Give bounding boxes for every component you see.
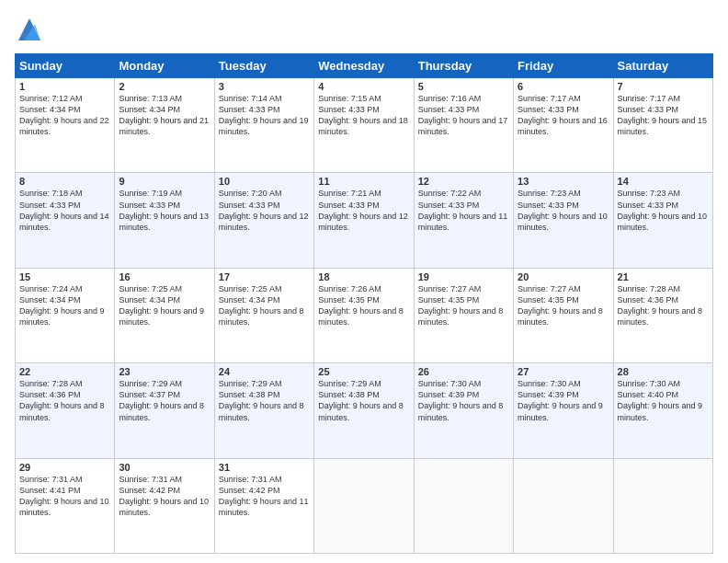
calendar-day-24: 24Sunrise: 7:29 AMSunset: 4:38 PMDayligh… — [214, 363, 313, 458]
col-header-saturday: Saturday — [613, 54, 712, 78]
calendar-day-18: 18Sunrise: 7:26 AMSunset: 4:35 PMDayligh… — [314, 268, 414, 362]
day-info: Sunrise: 7:31 AMSunset: 4:41 PMDaylight:… — [19, 474, 110, 519]
calendar-day-8: 8Sunrise: 7:18 AMSunset: 4:33 PMDaylight… — [16, 173, 115, 268]
calendar-day-20: 20Sunrise: 7:27 AMSunset: 4:35 PMDayligh… — [514, 268, 613, 362]
day-number: 19 — [418, 271, 509, 282]
calendar-day-23: 23Sunrise: 7:29 AMSunset: 4:37 PMDayligh… — [115, 363, 214, 458]
day-number: 9 — [119, 176, 210, 187]
logo-icon — [15, 15, 44, 44]
calendar-day-14: 14Sunrise: 7:23 AMSunset: 4:33 PMDayligh… — [613, 173, 712, 268]
calendar-day-7: 7Sunrise: 7:17 AMSunset: 4:33 PMDaylight… — [613, 78, 712, 173]
calendar-table: SundayMondayTuesdayWednesdayThursdayFrid… — [15, 53, 713, 554]
col-header-monday: Monday — [115, 54, 214, 78]
day-info: Sunrise: 7:28 AMSunset: 4:36 PMDaylight:… — [618, 283, 709, 328]
day-info: Sunrise: 7:21 AMSunset: 4:33 PMDaylight:… — [318, 188, 409, 233]
day-number: 5 — [418, 81, 509, 92]
day-number: 16 — [119, 271, 210, 282]
day-info: Sunrise: 7:23 AMSunset: 4:33 PMDaylight:… — [518, 188, 609, 233]
day-info: Sunrise: 7:12 AMSunset: 4:34 PMDaylight:… — [19, 93, 110, 138]
day-number: 30 — [119, 462, 210, 473]
day-number: 13 — [518, 176, 609, 187]
logo — [15, 15, 44, 44]
day-info: Sunrise: 7:30 AMSunset: 4:39 PMDaylight:… — [418, 378, 509, 423]
day-number: 23 — [119, 366, 210, 377]
calendar-day-12: 12Sunrise: 7:22 AMSunset: 4:33 PMDayligh… — [414, 173, 513, 268]
col-header-thursday: Thursday — [414, 54, 513, 78]
day-number: 14 — [618, 176, 709, 187]
day-info: Sunrise: 7:24 AMSunset: 4:34 PMDaylight:… — [19, 283, 110, 328]
day-info: Sunrise: 7:26 AMSunset: 4:35 PMDaylight:… — [318, 283, 409, 328]
calendar-day-11: 11Sunrise: 7:21 AMSunset: 4:33 PMDayligh… — [314, 173, 414, 268]
day-info: Sunrise: 7:28 AMSunset: 4:36 PMDaylight:… — [19, 378, 110, 423]
calendar-day-4: 4Sunrise: 7:15 AMSunset: 4:33 PMDaylight… — [314, 78, 414, 173]
calendar-week-1: 1Sunrise: 7:12 AMSunset: 4:34 PMDaylight… — [16, 78, 713, 173]
calendar-day-29: 29Sunrise: 7:31 AMSunset: 4:41 PMDayligh… — [16, 458, 115, 553]
day-number: 2 — [119, 81, 210, 92]
calendar-day-19: 19Sunrise: 7:27 AMSunset: 4:35 PMDayligh… — [414, 268, 513, 362]
day-info: Sunrise: 7:31 AMSunset: 4:42 PMDaylight:… — [219, 474, 310, 519]
calendar-day-17: 17Sunrise: 7:25 AMSunset: 4:34 PMDayligh… — [214, 268, 313, 362]
calendar-day-13: 13Sunrise: 7:23 AMSunset: 4:33 PMDayligh… — [514, 173, 613, 268]
empty-cell — [613, 458, 712, 553]
calendar-header-row: SundayMondayTuesdayWednesdayThursdayFrid… — [16, 54, 713, 78]
day-number: 26 — [418, 366, 509, 377]
day-info: Sunrise: 7:20 AMSunset: 4:33 PMDaylight:… — [219, 188, 310, 233]
day-number: 22 — [19, 366, 110, 377]
page-container: SundayMondayTuesdayWednesdayThursdayFrid… — [0, 0, 728, 563]
day-info: Sunrise: 7:19 AMSunset: 4:33 PMDaylight:… — [119, 188, 210, 233]
day-number: 6 — [518, 81, 609, 92]
calendar-day-27: 27Sunrise: 7:30 AMSunset: 4:39 PMDayligh… — [514, 363, 613, 458]
calendar-day-1: 1Sunrise: 7:12 AMSunset: 4:34 PMDaylight… — [16, 78, 115, 173]
day-number: 1 — [19, 81, 110, 92]
day-info: Sunrise: 7:31 AMSunset: 4:42 PMDaylight:… — [119, 474, 210, 519]
calendar-day-30: 30Sunrise: 7:31 AMSunset: 4:42 PMDayligh… — [115, 458, 214, 553]
day-info: Sunrise: 7:17 AMSunset: 4:33 PMDaylight:… — [618, 93, 709, 138]
day-info: Sunrise: 7:29 AMSunset: 4:38 PMDaylight:… — [219, 378, 310, 423]
col-header-friday: Friday — [514, 54, 613, 78]
day-info: Sunrise: 7:23 AMSunset: 4:33 PMDaylight:… — [618, 188, 709, 233]
calendar-week-5: 29Sunrise: 7:31 AMSunset: 4:41 PMDayligh… — [16, 458, 713, 553]
calendar-day-26: 26Sunrise: 7:30 AMSunset: 4:39 PMDayligh… — [414, 363, 513, 458]
day-number: 24 — [219, 366, 310, 377]
calendar-day-9: 9Sunrise: 7:19 AMSunset: 4:33 PMDaylight… — [115, 173, 214, 268]
empty-cell — [514, 458, 613, 553]
day-number: 11 — [318, 176, 409, 187]
calendar-day-3: 3Sunrise: 7:14 AMSunset: 4:33 PMDaylight… — [214, 78, 313, 173]
col-header-wednesday: Wednesday — [314, 54, 414, 78]
calendar-day-28: 28Sunrise: 7:30 AMSunset: 4:40 PMDayligh… — [613, 363, 712, 458]
col-header-sunday: Sunday — [16, 54, 115, 78]
day-info: Sunrise: 7:22 AMSunset: 4:33 PMDaylight:… — [418, 188, 509, 233]
day-number: 20 — [518, 271, 609, 282]
day-number: 29 — [19, 462, 110, 473]
day-number: 31 — [219, 462, 310, 473]
empty-cell — [414, 458, 513, 553]
day-info: Sunrise: 7:27 AMSunset: 4:35 PMDaylight:… — [418, 283, 509, 328]
calendar-day-16: 16Sunrise: 7:25 AMSunset: 4:34 PMDayligh… — [115, 268, 214, 362]
day-number: 17 — [219, 271, 310, 282]
calendar-week-3: 15Sunrise: 7:24 AMSunset: 4:34 PMDayligh… — [16, 268, 713, 362]
day-info: Sunrise: 7:30 AMSunset: 4:39 PMDaylight:… — [518, 378, 609, 423]
day-info: Sunrise: 7:16 AMSunset: 4:33 PMDaylight:… — [418, 93, 509, 138]
day-info: Sunrise: 7:27 AMSunset: 4:35 PMDaylight:… — [518, 283, 609, 328]
empty-cell — [314, 458, 414, 553]
day-info: Sunrise: 7:30 AMSunset: 4:40 PMDaylight:… — [618, 378, 709, 423]
day-number: 10 — [219, 176, 310, 187]
day-number: 8 — [19, 176, 110, 187]
calendar-day-25: 25Sunrise: 7:29 AMSunset: 4:38 PMDayligh… — [314, 363, 414, 458]
day-number: 27 — [518, 366, 609, 377]
day-number: 4 — [318, 81, 409, 92]
calendar-day-21: 21Sunrise: 7:28 AMSunset: 4:36 PMDayligh… — [613, 268, 712, 362]
day-info: Sunrise: 7:29 AMSunset: 4:37 PMDaylight:… — [119, 378, 210, 423]
col-header-tuesday: Tuesday — [214, 54, 313, 78]
day-number: 3 — [219, 81, 310, 92]
calendar-day-10: 10Sunrise: 7:20 AMSunset: 4:33 PMDayligh… — [214, 173, 313, 268]
day-number: 21 — [618, 271, 709, 282]
calendar-day-22: 22Sunrise: 7:28 AMSunset: 4:36 PMDayligh… — [16, 363, 115, 458]
day-number: 28 — [618, 366, 709, 377]
day-info: Sunrise: 7:13 AMSunset: 4:34 PMDaylight:… — [119, 93, 210, 138]
calendar-day-6: 6Sunrise: 7:17 AMSunset: 4:33 PMDaylight… — [514, 78, 613, 173]
day-info: Sunrise: 7:17 AMSunset: 4:33 PMDaylight:… — [518, 93, 609, 138]
calendar-day-15: 15Sunrise: 7:24 AMSunset: 4:34 PMDayligh… — [16, 268, 115, 362]
calendar-day-5: 5Sunrise: 7:16 AMSunset: 4:33 PMDaylight… — [414, 78, 513, 173]
day-info: Sunrise: 7:15 AMSunset: 4:33 PMDaylight:… — [318, 93, 409, 138]
